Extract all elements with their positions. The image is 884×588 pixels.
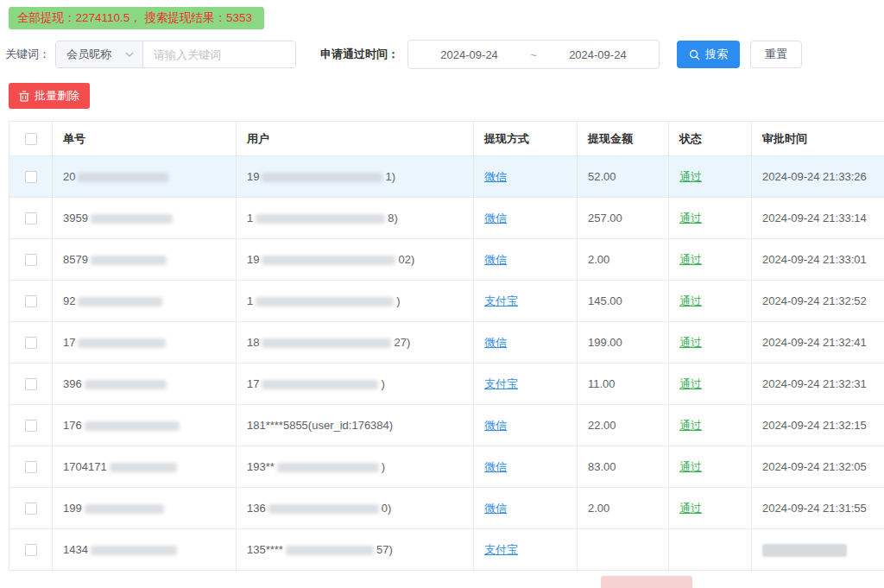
- partial-bottom-element: [601, 576, 692, 588]
- withdraw-method-link[interactable]: 微信: [484, 419, 507, 432]
- amount-cell: 257.00: [578, 198, 669, 239]
- amount-cell: 199.00: [578, 322, 669, 364]
- select-all-checkbox[interactable]: [25, 133, 37, 145]
- withdraw-method-link[interactable]: 支付宝: [484, 294, 518, 307]
- withdraw-method-link[interactable]: 微信: [484, 212, 507, 224]
- row-checkbox[interactable]: [25, 503, 37, 515]
- withdraw-method-link[interactable]: 微信: [484, 253, 507, 266]
- amount-cell: 22.00: [578, 405, 669, 446]
- row-checkbox[interactable]: [25, 420, 37, 432]
- redacted-order-text: [78, 338, 166, 348]
- withdraw-method-link[interactable]: 微信: [484, 502, 507, 515]
- row-checkbox[interactable]: [25, 461, 37, 473]
- summary-banner: 全部提现：2274110.5， 搜索提现结果：5353: [9, 7, 264, 29]
- user-cell: 1902): [237, 239, 474, 281]
- table-row: 20 191) 微信 52.00 通过 2024-09-24 21:33:26: [9, 156, 884, 198]
- col-header-method: 提现方式: [474, 122, 578, 156]
- withdraw-method-link[interactable]: 微信: [484, 460, 507, 473]
- amount-cell: 2.00: [578, 488, 669, 529]
- approve-time-cell: 2024-09-24 21:32:05: [752, 446, 884, 488]
- batch-delete-button[interactable]: 批量删除: [9, 83, 90, 109]
- amount-cell: [578, 529, 669, 571]
- status-link[interactable]: 通过: [679, 419, 702, 432]
- search-button-label: 搜索: [705, 47, 728, 62]
- date-separator: ~: [530, 48, 537, 61]
- approve-time-cell: 2024-09-24 21:31:55: [752, 488, 884, 529]
- keyword-label: 关键词：: [5, 47, 50, 62]
- approve-time-cell: [752, 529, 884, 571]
- col-header-order-no: 单号: [53, 122, 237, 156]
- status-link[interactable]: 通过: [679, 502, 702, 515]
- order-no-cell: 3959: [53, 198, 237, 239]
- row-checkbox[interactable]: [25, 171, 37, 183]
- row-checkbox[interactable]: [25, 295, 37, 307]
- redacted-order-text: [110, 463, 177, 472]
- status-link[interactable]: 通过: [679, 377, 702, 390]
- search-icon: [689, 49, 700, 60]
- redacted-order-text: [78, 297, 162, 307]
- withdraw-method-link[interactable]: 微信: [484, 336, 507, 349]
- redacted-user-text: [277, 463, 379, 472]
- status-link[interactable]: 通过: [679, 253, 702, 266]
- date-range-picker[interactable]: 2024-09-24 ~ 2024-09-24: [407, 40, 660, 69]
- filter-bar: 关键词： 会员昵称 申请通过时间： 2024-09-24 ~ 2024-09-2…: [5, 40, 884, 69]
- row-checkbox[interactable]: [25, 212, 37, 224]
- date-to-value[interactable]: 2024-09-24: [569, 48, 627, 61]
- approve-time-cell: 2024-09-24 21:32:31: [752, 364, 884, 405]
- col-header-status: 状态: [669, 122, 752, 156]
- table-row: 3959 18) 微信 257.00 通过 2024-09-24 21:33:1…: [9, 198, 884, 239]
- status-link[interactable]: 通过: [679, 460, 702, 473]
- approve-time-cell: 2024-09-24 21:32:15: [752, 405, 884, 446]
- redacted-user-text: [262, 380, 378, 389]
- reset-button[interactable]: 重置: [750, 41, 802, 68]
- redacted-user-text: [286, 546, 374, 555]
- table-row: 8579 1902) 微信 2.00 通过 2024-09-24 21:33:0…: [9, 239, 884, 281]
- table-row: 1434 135****57) 支付宝: [9, 529, 884, 571]
- order-no-cell: 17: [53, 322, 237, 364]
- row-checkbox[interactable]: [25, 544, 37, 556]
- date-from-value[interactable]: 2024-09-24: [440, 48, 498, 61]
- table-row: 199 1360) 微信 2.00 通过 2024-09-24 21:31:55: [9, 488, 884, 529]
- user-cell: 191): [237, 156, 474, 198]
- method-cell: 微信: [474, 405, 578, 446]
- redacted-order-text: [91, 256, 167, 265]
- method-cell: 支付宝: [474, 529, 578, 571]
- search-button[interactable]: 搜索: [677, 41, 740, 68]
- withdraw-method-link[interactable]: 微信: [484, 170, 507, 183]
- withdraw-method-link[interactable]: 支付宝: [484, 377, 518, 390]
- status-link[interactable]: 通过: [679, 212, 702, 224]
- reset-button-label: 重置: [765, 47, 787, 60]
- status-link[interactable]: 通过: [679, 294, 702, 307]
- redacted-user-text: [262, 173, 382, 182]
- row-checkbox[interactable]: [25, 337, 37, 349]
- redacted-user-text: [256, 214, 385, 224]
- row-checkbox[interactable]: [25, 254, 37, 266]
- redacted-order-text: [78, 173, 168, 182]
- redacted-order-text: [85, 380, 167, 389]
- status-link[interactable]: 通过: [679, 336, 702, 349]
- user-cell: 18): [237, 198, 474, 239]
- user-cell: 1827): [237, 322, 474, 364]
- field-select[interactable]: 会员昵称: [56, 41, 143, 67]
- status-link[interactable]: 通过: [679, 170, 702, 183]
- redacted-user-text: [262, 256, 395, 265]
- method-cell: 微信: [474, 198, 578, 239]
- approve-time-cell: 2024-09-24 21:32:52: [752, 281, 884, 322]
- redacted-order-text: [85, 421, 180, 431]
- row-checkbox[interactable]: [25, 378, 37, 390]
- keyword-input[interactable]: [143, 41, 295, 67]
- user-cell: 17): [237, 364, 474, 405]
- table-row: 17 1827) 微信 199.00 通过 2024-09-24 21:32:4…: [9, 322, 884, 364]
- status-cell: 通过: [669, 364, 752, 405]
- table-row: 1704171 193**) 微信 83.00 通过 2024-09-24 21…: [9, 446, 884, 488]
- method-cell: 微信: [474, 488, 578, 529]
- user-cell: 193**): [237, 446, 474, 488]
- batch-delete-label: 批量删除: [35, 88, 79, 104]
- time-label: 申请通过时间：: [320, 47, 399, 62]
- table-header-row: 单号 用户 提现方式 提现金额 状态 审批时间: [9, 122, 884, 156]
- withdraw-method-link[interactable]: 支付宝: [484, 543, 518, 556]
- status-cell: 通过: [669, 239, 752, 281]
- col-header-user: 用户: [237, 122, 474, 156]
- status-cell: 通过: [669, 488, 752, 529]
- user-cell: 1360): [237, 488, 474, 529]
